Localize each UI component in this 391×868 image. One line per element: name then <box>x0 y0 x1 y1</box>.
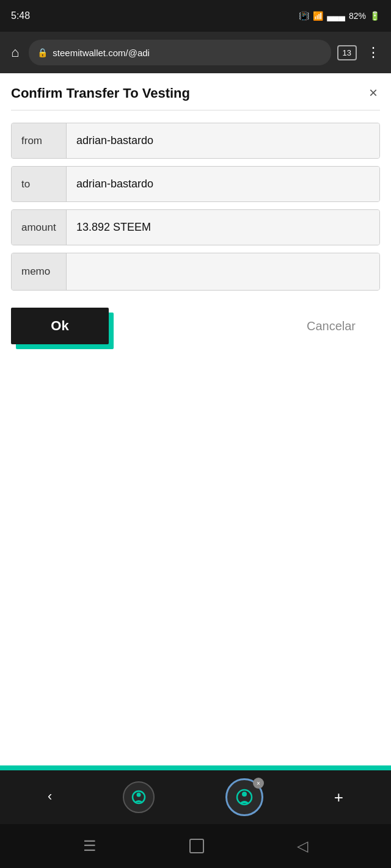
memo-value[interactable] <box>67 253 379 290</box>
nav-icon-1[interactable] <box>123 781 155 813</box>
teal-strip <box>0 765 391 770</box>
add-tab-button[interactable]: + <box>334 788 343 807</box>
lock-icon: 🔒 <box>37 48 48 57</box>
circle-icon-2 <box>235 787 254 807</box>
to-value: adrian-bastardo <box>67 167 379 201</box>
close-button[interactable]: × <box>367 85 380 100</box>
tab-count-button[interactable]: 13 <box>337 45 357 60</box>
button-row: Ok Cancelar <box>11 308 380 344</box>
ok-button-wrapper: Ok <box>11 308 109 344</box>
svg-point-3 <box>242 792 247 797</box>
ok-button[interactable]: Ok <box>11 308 109 344</box>
dialog-title: Confirm Transfer To Vesting <box>11 85 190 101</box>
divider <box>11 110 380 110</box>
amount-value: 13.892 STEEM <box>67 210 379 245</box>
memo-field-row: memo <box>11 253 380 291</box>
from-field-row: from adrian-bastardo <box>11 123 380 159</box>
svg-point-1 <box>137 793 141 797</box>
cancel-button[interactable]: Cancelar <box>282 319 380 333</box>
main-content: Confirm Transfer To Vesting × from adria… <box>0 73 391 770</box>
time-display: 5:48 <box>11 10 30 21</box>
amount-field-row: amount 13.892 STEEM <box>11 209 380 245</box>
circle-icon-1 <box>130 789 147 806</box>
url-text: steemitwallet.com/@adi <box>53 48 150 58</box>
home-square-icon[interactable] <box>189 839 204 853</box>
back-button[interactable]: › <box>48 789 52 805</box>
from-label: from <box>12 123 67 158</box>
content-spacer <box>0 564 391 765</box>
bottom-nav: › × + <box>0 770 391 824</box>
vibrate-icon: 📳 <box>299 11 309 21</box>
status-bar: 5:48 📳 📶 ▄▄▄ 82% 🔋 <box>0 0 391 32</box>
home-bar: ☰ ◁ <box>0 824 391 868</box>
home-button[interactable]: ⌂ <box>7 41 23 64</box>
status-icons: 📳 📶 ▄▄▄ 82% 🔋 <box>299 11 380 21</box>
wifi-icon: 📶 <box>313 11 323 21</box>
url-bar[interactable]: 🔒 steemitwallet.com/@adi <box>29 40 331 65</box>
amount-label: amount <box>12 210 67 245</box>
to-label: to <box>12 167 67 201</box>
from-value: adrian-bastardo <box>67 123 379 158</box>
dialog-header: Confirm Transfer To Vesting × <box>11 85 380 101</box>
menu-icon[interactable]: ☰ <box>83 837 97 855</box>
nav-close-badge[interactable]: × <box>253 778 264 789</box>
to-field-row: to adrian-bastardo <box>11 166 380 202</box>
battery-percent: 82% <box>349 11 366 21</box>
memo-label: memo <box>12 253 67 290</box>
signal-icon: ▄▄▄ <box>327 11 345 21</box>
browser-menu-button[interactable]: ⋮ <box>363 41 384 64</box>
nav-icon-2-active[interactable]: × <box>225 778 263 816</box>
browser-bar: ⌂ 🔒 steemitwallet.com/@adi 13 ⋮ <box>0 32 391 73</box>
back-triangle-icon[interactable]: ◁ <box>297 837 308 855</box>
dialog: Confirm Transfer To Vesting × from adria… <box>0 73 391 564</box>
battery-icon: 🔋 <box>370 11 380 21</box>
